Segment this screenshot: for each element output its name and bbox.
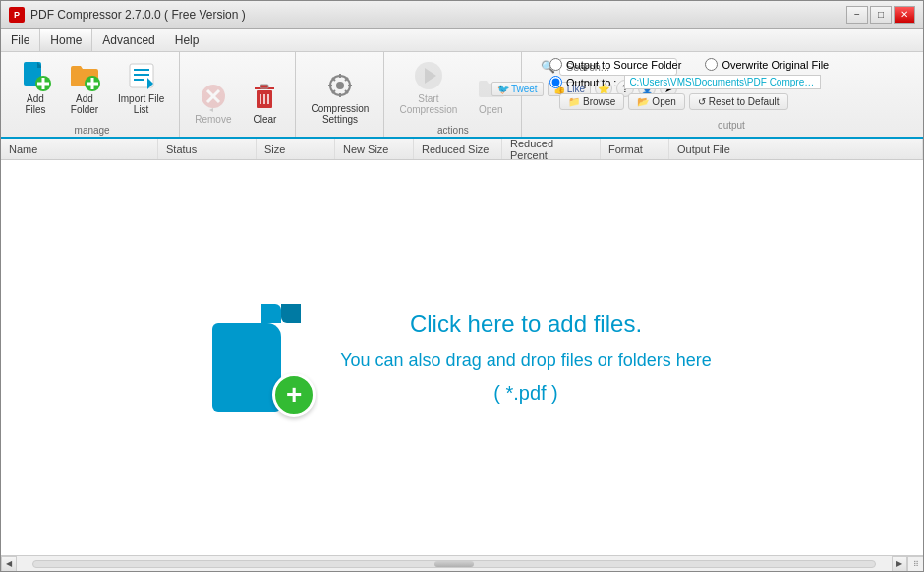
svg-point-23 (336, 82, 344, 89)
title-bar: P PDF Compressor 2.7.0.0 ( Free Version … (1, 1, 923, 29)
output-row-2: Output to : C:\Users\VMS\Documents\PDF C… (549, 75, 913, 89)
title-bar-left: P PDF Compressor 2.7.0.0 ( Free Version … (9, 7, 246, 23)
open-output-button[interactable]: 📂 Open (628, 93, 684, 110)
clear-label: Clear (254, 114, 277, 125)
add-folder-button[interactable]: AddFolder (62, 56, 107, 119)
output-path: C:\Users\VMS\Documents\PDF Compressor Ou… (624, 75, 821, 89)
table-header: Name Status Size New Size Reduced Size R… (1, 139, 923, 160)
add-files-label: AddFiles (25, 93, 45, 115)
col-name[interactable]: Name (1, 139, 158, 159)
open-output-icon: 📂 (637, 96, 649, 107)
scroll-left-arrow[interactable]: ◀ (1, 556, 17, 572)
menu-help[interactable]: Help (165, 29, 209, 51)
start-compression-button[interactable]: StartCompression (392, 56, 464, 119)
horizontal-scrollbar: ◀ ▶ ⠿ (1, 555, 923, 571)
output-group-label: output (549, 120, 913, 131)
import-file-list-icon (126, 60, 157, 91)
resize-corner: ⠿ (907, 556, 923, 572)
window-controls: − □ ✕ (846, 6, 915, 24)
plus-icon: + (272, 373, 316, 417)
open-label: Open (479, 104, 502, 115)
output-source-folder-radio[interactable] (549, 58, 562, 71)
add-folder-label: AddFolder (71, 93, 98, 115)
main-drop-area[interactable]: + Click here to add files. You can also … (1, 160, 923, 555)
col-reduced-size[interactable]: Reduced Size (414, 139, 502, 159)
twitter-icon: 🐦 (497, 84, 509, 94)
app-window: P PDF Compressor 2.7.0.0 ( Free Version … (0, 0, 924, 572)
col-reduced-percent[interactable]: Reduced Percent (502, 139, 601, 159)
import-file-list-button[interactable]: Import FileList (111, 56, 171, 119)
output-to-radio[interactable] (549, 76, 562, 88)
actions-label: actions (437, 125, 469, 136)
folder-browse-icon: 📁 (568, 96, 580, 107)
maximize-button[interactable]: □ (870, 6, 892, 24)
ribbon-group-manage: AddFiles AddFolder (5, 52, 180, 137)
open-output-label: Open (652, 96, 675, 107)
col-format[interactable]: Format (601, 139, 669, 159)
compression-settings-icon (324, 70, 356, 101)
output-source-folder-label: Output to Source Folder (566, 59, 681, 71)
scroll-right-arrow[interactable]: ▶ (892, 556, 907, 572)
output-to-label: Output to : (566, 77, 616, 88)
ribbon-group-compression: CompressionSettings (296, 52, 384, 137)
ribbon: AddFiles AddFolder (1, 52, 923, 139)
reset-button[interactable]: ↺ Reset to Default (689, 93, 788, 110)
reset-icon: ↺ (698, 96, 706, 107)
manage-label-1: manage (75, 125, 110, 136)
output-source-folder-option[interactable]: Output to Source Folder (549, 58, 681, 71)
menu-advanced[interactable]: Advanced (92, 29, 164, 51)
output-to-option[interactable]: Output to : (549, 76, 616, 88)
file-drop-icon: + (212, 304, 301, 412)
browse-button[interactable]: 📁 Browse (559, 93, 624, 110)
ribbon-group-remove-clear-items: Remove Clear (188, 56, 287, 133)
menu-bar: File Home Advanced Help (1, 29, 923, 52)
drop-text-area: Click here to add files. You can also dr… (340, 311, 712, 405)
scroll-thumb[interactable] (434, 561, 474, 567)
file-icon-body (212, 323, 281, 412)
remove-icon (198, 81, 229, 112)
reset-label: Reset to Default (709, 96, 780, 107)
menu-file[interactable]: File (1, 29, 39, 51)
close-button[interactable]: ✕ (894, 6, 915, 24)
drop-area-content: + Click here to add files. You can also … (212, 304, 712, 412)
remove-label: Remove (195, 114, 231, 125)
ribbon-group-manage-items: AddFiles AddFolder (13, 56, 171, 123)
menu-home[interactable]: Home (39, 29, 92, 51)
overwrite-original-option[interactable]: Overwrite Original File (705, 58, 829, 71)
col-new-size[interactable]: New Size (335, 139, 414, 159)
svg-rect-18 (260, 85, 268, 88)
overwrite-original-radio[interactable] (705, 58, 718, 71)
drop-ext-text: ( *.pdf ) (493, 382, 558, 405)
drop-main-text: Click here to add files. (410, 311, 642, 338)
col-status[interactable]: Status (158, 139, 257, 159)
output-row-1: Output to Source Folder Overwrite Origin… (549, 58, 913, 71)
compression-settings-button[interactable]: CompressionSettings (304, 66, 375, 129)
clear-button[interactable]: Clear (242, 77, 287, 129)
import-file-list-label: Import FileList (118, 93, 164, 115)
tweet-label: Tweet (511, 84, 538, 94)
add-folder-icon (69, 60, 100, 91)
browse-label: Browse (583, 96, 615, 107)
start-compression-icon (413, 60, 444, 91)
col-output-file[interactable]: Output File (669, 139, 923, 159)
output-row-3: 📁 Browse 📂 Open ↺ Reset to Default (549, 93, 913, 110)
svg-marker-15 (209, 108, 213, 112)
compression-settings-label: CompressionSettings (311, 103, 369, 125)
ribbon-group-compression-items: CompressionSettings (304, 56, 375, 133)
clear-icon (249, 81, 280, 112)
file-icon-fold (281, 304, 301, 323)
ribbon-group-remove-clear: Remove Clear (180, 52, 296, 137)
add-files-button[interactable]: AddFiles (13, 56, 58, 119)
col-size[interactable]: Size (257, 139, 335, 159)
remove-button[interactable]: Remove (188, 77, 238, 129)
add-files-icon (20, 60, 51, 91)
output-panel: Output to Source Folder Overwrite Origin… (540, 52, 923, 137)
tweet-button[interactable]: 🐦 Tweet (491, 82, 544, 96)
app-icon: P (9, 7, 25, 23)
scroll-track[interactable] (32, 560, 876, 568)
start-compression-label: StartCompression (399, 93, 457, 115)
minimize-button[interactable]: − (846, 6, 868, 24)
app-title: PDF Compressor 2.7.0.0 ( Free Version ) (30, 8, 246, 22)
overwrite-original-label: Overwrite Original File (722, 59, 829, 71)
drop-sub-text: You can also drag and drop files or fold… (340, 350, 712, 371)
